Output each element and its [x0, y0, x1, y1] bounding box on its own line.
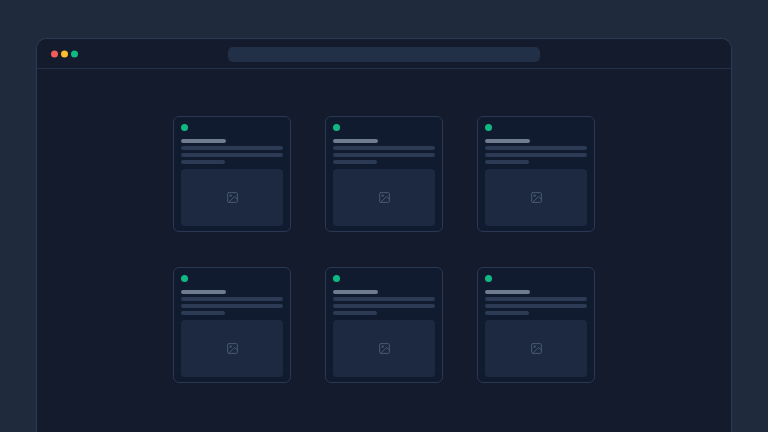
skeleton-line-short — [485, 160, 529, 164]
skeleton-line — [485, 146, 587, 150]
content-area — [37, 69, 731, 383]
image-placeholder-icon — [226, 191, 239, 204]
skeleton-line — [485, 297, 587, 301]
traffic-lights — [51, 50, 78, 57]
status-dot-icon — [485, 275, 492, 282]
image-placeholder — [333, 320, 435, 377]
image-placeholder-icon — [226, 342, 239, 355]
image-placeholder — [485, 320, 587, 377]
image-placeholder-icon — [530, 342, 543, 355]
skeleton-title — [181, 290, 226, 294]
image-placeholder-icon — [378, 191, 391, 204]
image-placeholder — [181, 320, 283, 377]
skeleton-line — [485, 153, 587, 157]
card-grid — [173, 116, 595, 383]
status-dot-icon — [333, 275, 340, 282]
image-placeholder — [333, 169, 435, 226]
window-titlebar — [37, 39, 731, 69]
card[interactable] — [325, 267, 443, 383]
skeleton-line — [485, 304, 587, 308]
skeleton-line — [181, 297, 283, 301]
card[interactable] — [325, 116, 443, 232]
skeleton-line — [333, 146, 435, 150]
skeleton-title — [333, 290, 378, 294]
skeleton-line-short — [485, 311, 529, 315]
skeleton-title — [333, 139, 378, 143]
close-button[interactable] — [51, 50, 58, 57]
skeleton-line — [333, 304, 435, 308]
card[interactable] — [477, 267, 595, 383]
card[interactable] — [173, 116, 291, 232]
address-bar[interactable] — [228, 47, 540, 62]
skeleton-line-short — [181, 311, 225, 315]
browser-window — [36, 38, 732, 432]
skeleton-title — [181, 139, 226, 143]
image-placeholder-icon — [530, 191, 543, 204]
skeleton-line-short — [181, 160, 225, 164]
skeleton-line — [181, 304, 283, 308]
skeleton-line — [333, 297, 435, 301]
image-placeholder-icon — [378, 342, 391, 355]
card[interactable] — [173, 267, 291, 383]
status-dot-icon — [333, 124, 340, 131]
image-placeholder — [181, 169, 283, 226]
skeleton-title — [485, 290, 530, 294]
image-placeholder — [485, 169, 587, 226]
skeleton-line-short — [333, 160, 377, 164]
status-dot-icon — [485, 124, 492, 131]
skeleton-line — [181, 146, 283, 150]
page-background — [0, 0, 768, 432]
zoom-button[interactable] — [71, 50, 78, 57]
status-dot-icon — [181, 275, 188, 282]
skeleton-line — [181, 153, 283, 157]
card[interactable] — [477, 116, 595, 232]
status-dot-icon — [181, 124, 188, 131]
skeleton-line-short — [333, 311, 377, 315]
skeleton-title — [485, 139, 530, 143]
skeleton-line — [333, 153, 435, 157]
minimize-button[interactable] — [61, 50, 68, 57]
